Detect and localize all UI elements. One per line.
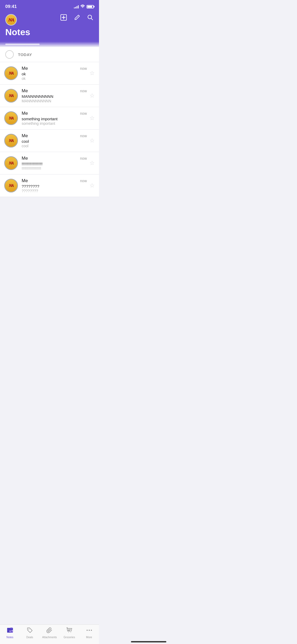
avatar: NA — [4, 89, 18, 103]
note-item[interactable]: NA Me now ???????? ???????? ☆ — [0, 174, 99, 197]
avatar: NA — [4, 179, 18, 192]
today-label: TODAY — [18, 52, 32, 57]
note-sender: Me — [22, 133, 28, 139]
note-sender: Me — [22, 178, 28, 183]
avatar: NA — [4, 156, 18, 170]
avatar[interactable]: NA — [5, 14, 17, 26]
note-item[interactable]: NA Me now !!!!!!!!!!!!!!!!!!! !!!!!!!!!!… — [0, 152, 99, 174]
section-today: TODAY — [0, 47, 99, 62]
status-time: 09:41 — [5, 4, 17, 9]
avatar: NA — [4, 134, 18, 148]
star-button[interactable]: ☆ — [89, 92, 95, 99]
battery-icon — [87, 5, 94, 8]
note-preview: !!!!!!!!!!!!!!!!!!! — [22, 166, 87, 171]
note-time: now — [80, 156, 87, 160]
star-button[interactable]: ☆ — [89, 115, 95, 122]
note-preview: MANNNNNNNNN — [22, 99, 87, 103]
note-item[interactable]: NA Me now MANNNNNNNNN MANNNNNNNNN ☆ — [0, 85, 99, 107]
empty-area — [0, 197, 99, 239]
star-button[interactable]: ☆ — [89, 182, 95, 189]
note-sender: Me — [22, 88, 28, 94]
scroll-indicator — [0, 42, 99, 47]
note-item[interactable]: NA Me now cool cool ☆ — [0, 130, 99, 152]
note-item[interactable]: NA Me now something important something … — [0, 107, 99, 130]
note-preview: cool — [22, 144, 87, 148]
note-title: ok — [22, 72, 87, 76]
page-header: NA Notes — [0, 12, 99, 42]
status-bar: 09:41 — [0, 0, 99, 12]
add-note-button[interactable] — [60, 14, 67, 23]
avatar: NA — [4, 66, 18, 80]
note-time: now — [80, 179, 87, 183]
avatar: NA — [4, 111, 18, 125]
star-button[interactable]: ☆ — [89, 137, 95, 144]
note-title: something important — [22, 117, 87, 121]
note-sender: Me — [22, 66, 28, 71]
svg-point-1 — [88, 15, 92, 19]
note-time: now — [80, 134, 87, 138]
note-preview: something important — [22, 121, 87, 126]
notes-list: NA Me now ok ok ☆ NA Me now MANNNNNNNNN … — [0, 62, 99, 197]
note-sender: Me — [22, 156, 28, 161]
status-icons — [74, 4, 94, 9]
note-title: cool — [22, 139, 87, 144]
note-title: MANNNNNNNNN — [22, 94, 87, 99]
search-button[interactable] — [87, 14, 94, 22]
signal-icon — [74, 5, 79, 8]
note-sender: Me — [22, 111, 28, 116]
edit-button[interactable] — [74, 14, 81, 22]
note-title: !!!!!!!!!!!!!!!!!!! — [22, 162, 87, 166]
note-title: ???????? — [22, 184, 87, 188]
note-time: now — [80, 89, 87, 93]
star-button[interactable]: ☆ — [89, 70, 95, 77]
note-time: now — [80, 111, 87, 116]
note-time: now — [80, 66, 87, 71]
note-preview: ???????? — [22, 189, 87, 193]
page-title: Notes — [5, 27, 94, 37]
note-item[interactable]: NA Me now ok ok ☆ — [0, 62, 99, 85]
today-circle — [5, 50, 14, 59]
star-button[interactable]: ☆ — [89, 160, 95, 167]
wifi-icon — [80, 4, 85, 9]
note-preview: ok — [22, 76, 87, 81]
